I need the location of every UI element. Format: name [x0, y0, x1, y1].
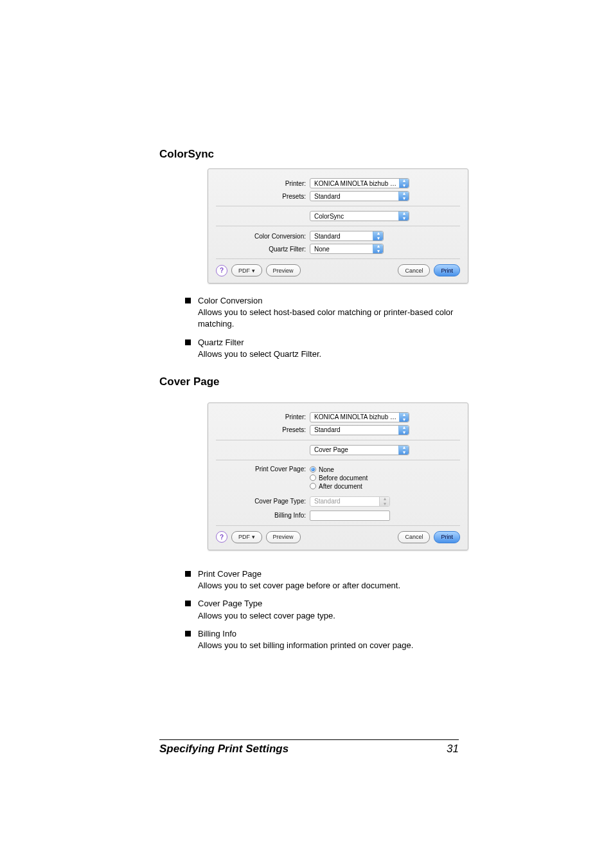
color-conversion-label: Color Conversion:	[216, 233, 310, 240]
radio-label: None	[319, 466, 334, 473]
popup-arrows-icon: ▴▾	[399, 413, 409, 422]
presets-popup[interactable]: Standard ▴▾	[310, 425, 409, 435]
item-body: Allows you to set billing information pr…	[198, 640, 459, 651]
cover-page-type-value: Standard	[314, 498, 341, 505]
radio-label: Before document	[319, 475, 368, 482]
item-title: Billing Info	[198, 628, 459, 640]
printer-popup[interactable]: KONICA MINOLTA bizhub C10... ▴▾	[310, 178, 409, 188]
presets-label: Presets:	[216, 193, 310, 200]
item-title: Color Conversion	[198, 295, 459, 307]
pane-value: Cover Page	[314, 446, 348, 453]
quartz-filter-label: Quartz Filter:	[216, 246, 310, 253]
preview-button[interactable]: Preview	[266, 264, 301, 276]
list-item: Print Cover Page Allows you to set cover…	[185, 568, 459, 592]
radio-before-document[interactable]: Before document	[310, 475, 368, 482]
footer-page-number: 31	[447, 743, 459, 755]
printer-value: KONICA MINOLTA bizhub C10...	[314, 180, 399, 187]
item-title: Quartz Filter	[198, 337, 459, 348]
radio-icon	[310, 483, 316, 489]
popup-arrows-icon: ▴▾	[373, 231, 383, 240]
radio-icon	[310, 466, 316, 473]
print-dialog-coverpage: Printer: KONICA MINOLTA bizhub C10... ▴▾…	[208, 402, 468, 550]
pdf-button[interactable]: PDF ▾	[231, 531, 262, 543]
divider	[216, 226, 460, 226]
coverpage-description-list: Print Cover Page Allows you to set cover…	[159, 568, 459, 651]
presets-label: Presets:	[216, 426, 310, 433]
print-cover-page-label: Print Cover Page:	[216, 465, 310, 473]
item-body: Allows you to select Quartz Filter.	[198, 348, 459, 360]
list-item: Cover Page Type Allows you to select cov…	[185, 598, 459, 621]
printer-popup[interactable]: KONICA MINOLTA bizhub C10... ▴▾	[310, 412, 409, 422]
item-title: Print Cover Page	[198, 568, 459, 580]
help-button[interactable]: ?	[216, 265, 227, 276]
pane-value: ColorSync	[314, 213, 344, 220]
printer-label: Printer:	[216, 180, 310, 187]
billing-info-label: Billing Info:	[216, 512, 310, 519]
popup-arrows-icon: ▴▾	[379, 497, 389, 506]
printer-value: KONICA MINOLTA bizhub C10...	[314, 413, 399, 420]
preview-button[interactable]: Preview	[266, 531, 301, 543]
page-footer: Specifying Print Settings 31	[159, 739, 459, 755]
pane-popup[interactable]: Cover Page ▴▾	[310, 445, 409, 455]
section-heading-coverpage: Cover Page	[159, 375, 459, 388]
pane-popup[interactable]: ColorSync ▴▾	[310, 211, 409, 221]
footer-rule	[159, 739, 459, 740]
radio-icon	[310, 475, 316, 481]
popup-arrows-icon: ▴▾	[398, 426, 409, 435]
list-item: Color Conversion Allows you to select ho…	[185, 295, 459, 330]
document-page: ColorSync Printer: KONICA MINOLTA bizhub…	[0, 0, 613, 868]
print-dialog-colorsync: Printer: KONICA MINOLTA bizhub C10... ▴▾…	[208, 168, 468, 284]
cancel-button[interactable]: Cancel	[398, 264, 430, 276]
presets-value: Standard	[314, 426, 341, 433]
footer-title: Specifying Print Settings	[159, 743, 289, 755]
section-heading-colorsync: ColorSync	[159, 148, 459, 161]
divider	[216, 206, 460, 206]
radio-after-document[interactable]: After document	[310, 483, 368, 490]
divider	[216, 525, 460, 526]
popup-arrows-icon: ▴▾	[399, 179, 409, 188]
divider	[216, 440, 460, 440]
cover-page-type-popup: Standard ▴▾	[310, 496, 390, 507]
list-item: Billing Info Allows you to set billing i…	[185, 628, 459, 651]
print-button[interactable]: Print	[434, 264, 460, 276]
cover-page-type-label: Cover Page Type:	[216, 498, 310, 505]
popup-arrows-icon: ▴▾	[373, 244, 383, 253]
item-body: Allows you to select host-based color ma…	[198, 307, 459, 330]
radio-label: After document	[319, 483, 362, 490]
list-item: Quartz Filter Allows you to select Quart…	[185, 337, 459, 360]
quartz-filter-value: None	[314, 246, 330, 253]
print-button[interactable]: Print	[434, 531, 460, 543]
popup-arrows-icon: ▴▾	[398, 212, 409, 221]
item-body: Allows you to select cover page type.	[198, 610, 459, 622]
popup-arrows-icon: ▴▾	[398, 192, 409, 201]
divider	[216, 258, 460, 259]
radio-none[interactable]: None	[310, 466, 368, 473]
item-body: Allows you to set cover page before or a…	[198, 580, 459, 592]
color-conversion-value: Standard	[314, 233, 341, 240]
billing-info-input[interactable]	[310, 511, 390, 521]
printer-label: Printer:	[216, 413, 310, 420]
pdf-button[interactable]: PDF ▾	[231, 264, 262, 276]
item-title: Cover Page Type	[198, 598, 459, 610]
divider	[216, 460, 460, 460]
cancel-button[interactable]: Cancel	[398, 531, 430, 543]
colorsync-description-list: Color Conversion Allows you to select ho…	[159, 295, 459, 360]
presets-value: Standard	[314, 193, 341, 200]
popup-arrows-icon: ▴▾	[398, 446, 409, 455]
quartz-filter-popup[interactable]: None ▴▾	[310, 244, 384, 254]
color-conversion-popup[interactable]: Standard ▴▾	[310, 231, 384, 241]
presets-popup[interactable]: Standard ▴▾	[310, 191, 409, 201]
help-button[interactable]: ?	[216, 531, 227, 543]
print-cover-page-radios: None Before document After document	[310, 465, 368, 491]
